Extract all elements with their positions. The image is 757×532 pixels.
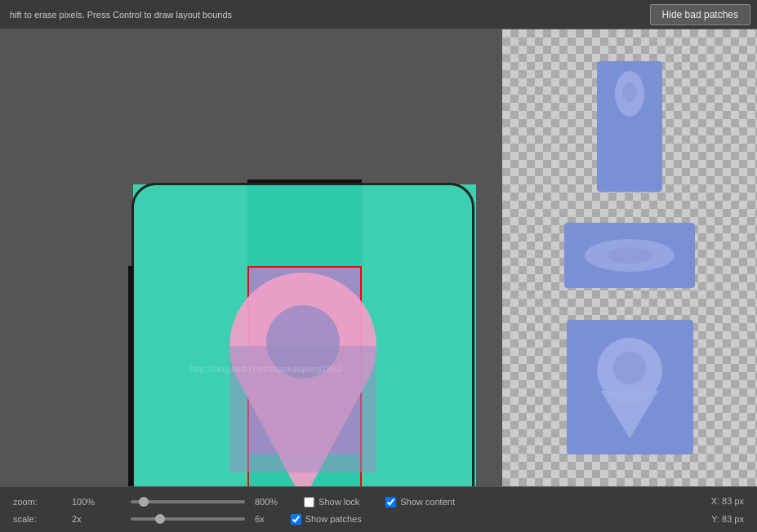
zoom-label: zoom: bbox=[13, 497, 62, 507]
scale-slider[interactable] bbox=[131, 517, 245, 521]
left-patch-indicator bbox=[128, 266, 133, 486]
scale-label: scale: bbox=[13, 514, 62, 524]
zoom-slider-thumb[interactable] bbox=[139, 497, 149, 507]
svg-point-7 bbox=[607, 247, 652, 264]
main-area: http://blog.csdn.net/zhaokaiqiang1992 bbox=[0, 29, 757, 486]
zoom-value: 100% bbox=[72, 497, 121, 507]
hint-text: hift to erase pixels. Press Control to d… bbox=[0, 10, 650, 20]
preview-pin-med-graphic bbox=[581, 326, 679, 448]
show-patches-checkbox[interactable] bbox=[291, 514, 301, 525]
preview-pin-wide bbox=[564, 223, 695, 288]
preview-pin-wide-graphic bbox=[572, 231, 687, 280]
top-bar: hift to erase pixels. Press Control to d… bbox=[0, 0, 757, 29]
preview-pin-med bbox=[567, 320, 693, 454]
zoom-max-label: 800% bbox=[255, 497, 278, 507]
preview-area bbox=[502, 29, 757, 486]
svg-marker-9 bbox=[601, 391, 658, 438]
bottom-bar: zoom: 100% 800% Show lock Show content X… bbox=[0, 486, 757, 532]
canvas-area[interactable]: http://blog.csdn.net/zhaokaiqiang1992 bbox=[0, 29, 502, 486]
show-lock-label[interactable]: Show lock bbox=[318, 497, 359, 507]
scale-max-label: 6x bbox=[255, 514, 265, 524]
scale-min: 2x bbox=[72, 514, 121, 524]
svg-point-10 bbox=[613, 352, 646, 384]
show-lock-group: Show lock bbox=[304, 497, 359, 508]
bottom-row-2: scale: 2x 6x Show patches Y: 83 px bbox=[13, 514, 744, 525]
scale-slider-thumb[interactable] bbox=[155, 514, 165, 524]
x-coord: X: 83 px bbox=[711, 494, 744, 509]
preview-pin-top bbox=[597, 61, 662, 192]
bottom-row-1: zoom: 100% 800% Show lock Show content X… bbox=[13, 494, 744, 509]
y-coord: Y: 83 px bbox=[711, 514, 744, 524]
map-pin-graphic bbox=[131, 183, 474, 486]
svg-point-5 bbox=[622, 82, 637, 102]
svg-rect-3 bbox=[229, 346, 376, 472]
preview-pin-top-graphic bbox=[605, 69, 654, 184]
zoom-slider[interactable] bbox=[131, 500, 245, 503]
show-lock-checkbox[interactable] bbox=[304, 497, 314, 508]
show-content-label[interactable]: Show content bbox=[400, 497, 455, 507]
artwork-wrapper: http://blog.csdn.net/zhaokaiqiang1992 bbox=[92, 95, 435, 437]
show-patches-group: Show patches bbox=[291, 514, 362, 525]
show-patches-label[interactable]: Show patches bbox=[305, 514, 362, 524]
show-content-group: Show content bbox=[385, 497, 455, 508]
hide-bad-patches-button[interactable]: Hide bad patches bbox=[650, 4, 750, 25]
show-content-checkbox[interactable] bbox=[385, 497, 396, 508]
